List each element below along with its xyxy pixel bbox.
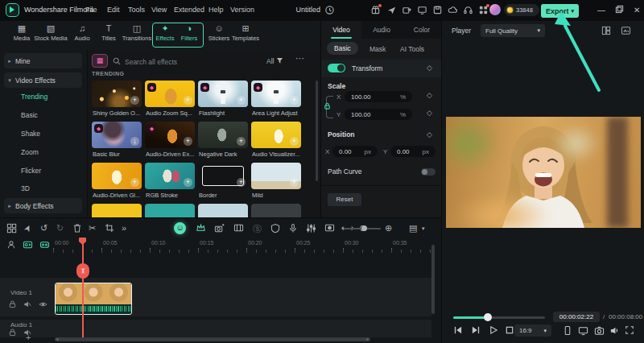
sidebar-item-basic[interactable]: Basic — [21, 111, 38, 119]
effect-thumbnail[interactable]: + — [145, 163, 195, 189]
video-clip[interactable] — [55, 283, 132, 315]
effect-thumbnail[interactable] — [198, 204, 248, 217]
screen-record-icon[interactable] — [324, 223, 335, 233]
menu-help[interactable]: Help — [208, 6, 224, 14]
mask-shield-icon[interactable] — [270, 223, 280, 233]
effect-thumbnail[interactable] — [92, 204, 142, 217]
effect-thumbnail[interactable]: + — [198, 122, 248, 148]
lock-icon[interactable] — [9, 300, 16, 308]
cloud-upload-icon[interactable] — [448, 5, 458, 15]
effects-scrollbar[interactable] — [316, 81, 318, 181]
keyframe-icon[interactable] — [427, 91, 432, 99]
snapshot-camera-icon[interactable] — [214, 223, 225, 233]
undo-icon[interactable]: ↺ — [40, 223, 47, 233]
effect-thumbnail[interactable]: + — [145, 122, 195, 148]
keyframe-icon[interactable] — [427, 130, 432, 138]
delete-icon[interactable] — [72, 223, 82, 233]
effect-card[interactable]: ↓ Basic Blur — [92, 122, 143, 159]
effect-card[interactable]: + Area Light Adjust — [251, 81, 303, 118]
timeline-hscrollbar[interactable] — [55, 337, 370, 341]
effect-card[interactable]: + Border — [198, 163, 250, 200]
chevron-down-icon[interactable]: ▾ — [422, 225, 425, 232]
sidebar-item-trending[interactable]: Trending — [21, 93, 47, 101]
user-avatar[interactable] — [489, 4, 501, 15]
minimize-button[interactable]: — — [597, 6, 605, 14]
audio-mixer-icon[interactable] — [306, 223, 316, 233]
effect-card[interactable]: + Audio-Driven Ex... — [145, 122, 196, 159]
add-effect-button[interactable]: + — [237, 137, 246, 146]
add-effect-button[interactable]: + — [130, 178, 139, 187]
playhead-handle[interactable] — [79, 238, 86, 245]
lock-icon[interactable] — [9, 329, 16, 337]
add-effect-button[interactable]: + — [290, 96, 299, 105]
menu-tools[interactable]: Tools — [128, 6, 145, 14]
coins-badge[interactable]: 33848 — [504, 4, 539, 16]
save-icon[interactable] — [432, 5, 443, 15]
eye-icon[interactable] — [39, 300, 47, 308]
speed-ramp-icon[interactable]: ⓢ — [253, 223, 262, 235]
play-button[interactable] — [489, 325, 498, 335]
add-track-button[interactable]: + — [26, 333, 31, 342]
add-effect-button[interactable]: + — [237, 96, 246, 105]
split-at-playhead-button[interactable] — [76, 263, 89, 279]
close-button[interactable]: ✕ — [634, 6, 640, 14]
sidebar-item-flicker[interactable]: Flicker — [21, 167, 41, 175]
effect-card[interactable]: + Mild — [251, 163, 303, 200]
chroma-key-icon[interactable] — [233, 223, 244, 233]
subtab-basic[interactable]: Basic — [327, 42, 358, 55]
auto-ripple-icon[interactable] — [23, 240, 33, 250]
effect-thumbnail[interactable]: ↓ — [92, 122, 142, 148]
timeline-vscrollbar[interactable] — [431, 245, 435, 314]
ruler-ticks[interactable] — [53, 250, 440, 253]
support-icon[interactable] — [463, 5, 473, 15]
search-input[interactable] — [123, 54, 255, 69]
multiview-icon[interactable] — [601, 26, 611, 35]
snapshot-icon[interactable] — [594, 325, 605, 336]
split-icon[interactable]: ✂ — [89, 223, 96, 233]
tab-templates[interactable]: ⊞Templates — [227, 23, 264, 42]
path-curve-toggle[interactable] — [421, 168, 436, 176]
sidebar-item-zoom[interactable]: Zoom — [21, 148, 39, 156]
track-manager-icon[interactable]: ▤ — [409, 223, 417, 233]
effect-thumbnail[interactable]: + — [198, 81, 248, 107]
effect-thumbnail[interactable]: + — [251, 122, 301, 148]
add-effect-button[interactable]: + — [184, 96, 192, 105]
add-effect-button[interactable]: + — [184, 137, 192, 146]
mute-icon[interactable] — [23, 300, 31, 308]
position-y-input[interactable]: 0.00px — [390, 146, 436, 157]
zoom-slider-handle[interactable] — [361, 225, 367, 231]
sidebar-group-mine[interactable]: ▸ Mine — [4, 53, 82, 68]
menu-edit[interactable]: Edit — [107, 6, 120, 14]
keyframe-icon[interactable] — [427, 64, 432, 72]
stop-button[interactable] — [505, 325, 514, 335]
add-effect-button[interactable]: + — [130, 96, 139, 105]
display-icon[interactable] — [417, 5, 427, 15]
fullscreen-icon[interactable] — [625, 325, 634, 335]
speed-crown-icon[interactable] — [196, 223, 206, 233]
download-effect-button[interactable]: ↓ — [130, 137, 139, 146]
effect-card[interactable]: + Flashlight — [198, 81, 250, 118]
effect-card[interactable]: + Audio Visualizer... — [251, 122, 303, 159]
ai-portrait-icon[interactable] — [174, 222, 186, 234]
volume-icon[interactable] — [609, 325, 620, 336]
effect-thumbnail[interactable] — [145, 204, 195, 217]
effect-thumbnail[interactable]: + — [251, 163, 301, 189]
tab-audio[interactable]: Audio — [361, 21, 402, 39]
mirror-display-icon[interactable] — [578, 325, 588, 336]
add-effect-button[interactable]: + — [237, 178, 246, 187]
sidebar-item-3d[interactable]: 3D — [21, 184, 30, 192]
crop-icon[interactable] — [105, 223, 114, 233]
more-tools-icon[interactable]: » — [122, 223, 126, 233]
quality-dropdown[interactable]: Full Quality ▾ — [481, 24, 545, 37]
add-effect-button[interactable]: + — [290, 178, 299, 187]
effect-card[interactable]: + Audio Zoom Sq... — [145, 81, 196, 118]
subtab-mask[interactable]: Mask — [369, 45, 386, 53]
redo-icon[interactable]: ↻ — [56, 223, 64, 233]
seek-handle[interactable] — [484, 313, 492, 321]
menu-view[interactable]: View — [151, 6, 167, 14]
zoom-in-icon[interactable]: ⊕ — [385, 223, 392, 233]
previous-frame-button[interactable] — [453, 325, 463, 335]
phone-preview-icon[interactable] — [563, 325, 572, 336]
position-x-input[interactable]: 0.00px — [332, 146, 378, 157]
history-icon[interactable] — [324, 5, 335, 15]
